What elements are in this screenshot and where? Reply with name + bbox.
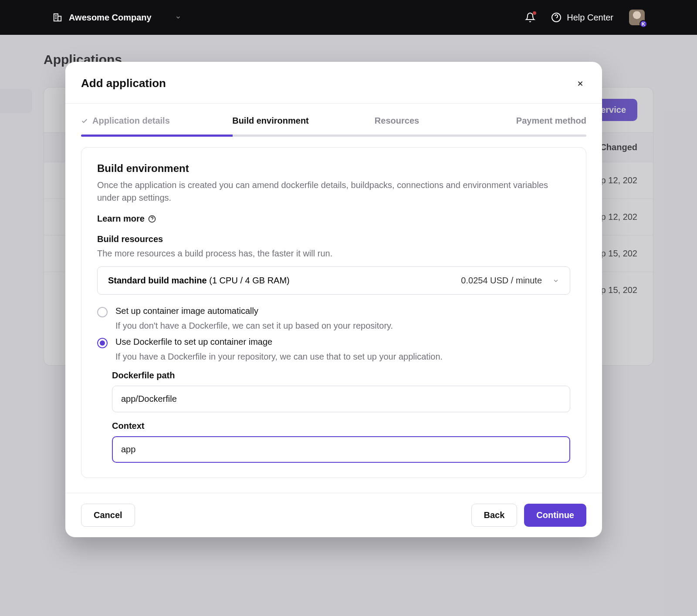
machine-name: Standard build machine bbox=[108, 276, 207, 285]
step-application-details[interactable]: Application details bbox=[81, 116, 207, 135]
check-icon bbox=[81, 118, 88, 125]
step-build-environment[interactable]: Build environment bbox=[207, 116, 334, 135]
context-input[interactable] bbox=[112, 436, 570, 463]
build-environment-panel: Build environment Once the application i… bbox=[81, 147, 586, 478]
section-title: Build environment bbox=[97, 162, 570, 175]
org-name: Awesome Company bbox=[69, 13, 152, 23]
help-icon bbox=[148, 215, 156, 223]
radio-auto-container[interactable] bbox=[97, 307, 108, 317]
add-application-modal: Add application Application details Buil… bbox=[65, 62, 602, 537]
radio-auto-desc: If you don't have a Dockerfile, we can s… bbox=[115, 321, 570, 331]
building-icon bbox=[52, 12, 63, 23]
chevron-down-icon bbox=[552, 277, 559, 284]
svg-rect-1 bbox=[58, 16, 61, 21]
radio-dockerfile-label[interactable]: Use Dockerfile to set up container image bbox=[115, 337, 272, 347]
cancel-button[interactable]: Cancel bbox=[81, 504, 135, 527]
stepper-progress bbox=[81, 135, 586, 137]
notification-dot-icon bbox=[533, 11, 536, 15]
chevron-down-icon bbox=[175, 14, 181, 20]
learn-more-link[interactable]: Learn more bbox=[97, 214, 156, 224]
radio-dockerfile[interactable] bbox=[97, 338, 108, 348]
notifications-button[interactable] bbox=[525, 12, 535, 23]
build-resources-desc: The more resources a build process has, … bbox=[97, 249, 570, 259]
help-center-link[interactable]: Help Center bbox=[551, 12, 613, 23]
help-center-label: Help Center bbox=[567, 13, 613, 23]
radio-dockerfile-desc: If you have a Dockerfile in your reposit… bbox=[115, 352, 570, 362]
stepper: Application details Build environment Re… bbox=[65, 104, 602, 135]
stepper-progress-fill bbox=[81, 135, 233, 137]
radio-auto-label[interactable]: Set up container image automatically bbox=[115, 306, 258, 316]
section-description: Once the application is created you can … bbox=[97, 179, 570, 204]
machine-price: 0.0254 USD / minute bbox=[461, 276, 542, 286]
close-button[interactable] bbox=[574, 77, 586, 90]
back-button[interactable]: Back bbox=[471, 504, 518, 527]
step-payment-method[interactable]: Payment method bbox=[460, 116, 586, 135]
help-icon bbox=[551, 12, 562, 23]
machine-spec: (1 CPU / 4 GB RAM) bbox=[207, 276, 290, 285]
org-switcher[interactable]: Awesome Company bbox=[52, 12, 181, 23]
continue-button[interactable]: Continue bbox=[524, 504, 586, 527]
build-resources-label: Build resources bbox=[97, 234, 570, 244]
close-icon bbox=[576, 80, 584, 88]
context-label: Context bbox=[112, 421, 570, 431]
dockerfile-path-input[interactable] bbox=[112, 386, 570, 412]
dockerfile-path-label: Dockerfile path bbox=[112, 370, 570, 380]
topbar: Awesome Company Help Center K bbox=[0, 0, 697, 35]
avatar-badge: K bbox=[639, 20, 647, 28]
modal-title: Add application bbox=[81, 77, 166, 90]
build-machine-select[interactable]: Standard build machine (1 CPU / 4 GB RAM… bbox=[97, 266, 570, 295]
avatar[interactable]: K bbox=[629, 10, 645, 25]
step-resources[interactable]: Resources bbox=[334, 116, 460, 135]
